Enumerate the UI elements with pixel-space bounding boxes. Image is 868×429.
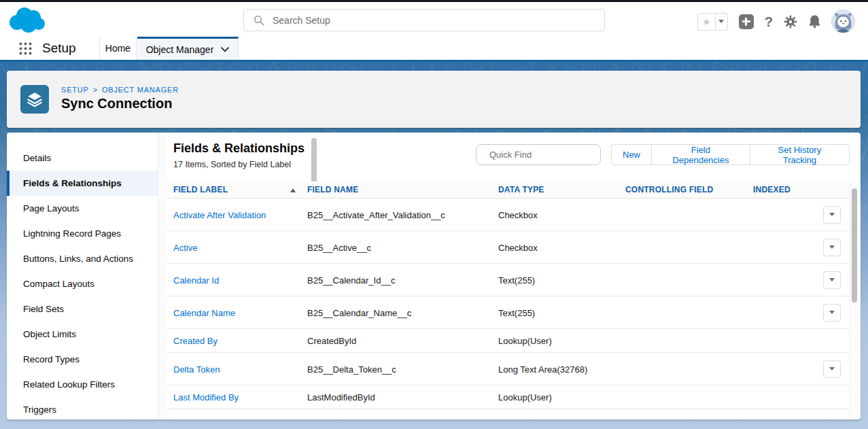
table-row: Activate After ValidationB25__Activate_A… <box>167 199 850 231</box>
field-label-link[interactable]: Calendar Id <box>173 275 219 285</box>
object-stack-icon <box>20 85 49 114</box>
sidebar-item-label: Compact Layouts <box>23 279 94 289</box>
object-sidebar: DetailsFields & RelationshipsPage Layout… <box>7 145 158 419</box>
sidebar-item-page-layouts[interactable]: Page Layouts <box>7 196 158 221</box>
sidebar-item-related-lookup-filters[interactable]: Related Lookup Filters <box>7 372 158 397</box>
field-name-cell: B25__Calendar_Id__c <box>307 275 395 285</box>
field-label-link[interactable]: Calendar Name <box>173 307 235 318</box>
page-title: Sync Connection <box>61 96 172 111</box>
sidebar-item-label: Related Lookup Filters <box>23 379 115 390</box>
tab-home[interactable]: Home <box>100 37 137 60</box>
field-name-cell: B25__Delta_Token__c <box>307 364 396 374</box>
tab-home-label: Home <box>105 43 131 54</box>
chevron-down-icon <box>829 245 835 249</box>
notifications-bell-icon[interactable] <box>808 14 821 29</box>
tab-object-manager[interactable]: Object Manager <box>137 37 239 60</box>
panel-title: Fields & Relationships <box>173 141 305 156</box>
object-sidebar-panel: DetailsFields & RelationshipsPage Layout… <box>7 133 167 419</box>
window-top-strip <box>0 0 868 2</box>
header-actions: ★ ? <box>697 10 854 33</box>
row-actions-button[interactable] <box>823 271 841 289</box>
table-body: Activate After ValidationB25__Activate_A… <box>167 199 850 419</box>
data-type-cell: Checkbox <box>498 209 538 220</box>
sidebar-item-label: Lightning Record Pages <box>23 228 121 239</box>
field-label-link[interactable]: Created By <box>173 336 218 346</box>
sidebar-item-compact-layouts[interactable]: Compact Layouts <box>7 271 158 296</box>
favorites-star-icon[interactable]: ★ <box>697 13 716 31</box>
table-scrollbar-thumb[interactable] <box>852 188 857 303</box>
field-label-link[interactable]: Active <box>173 242 197 252</box>
chevron-down-icon <box>829 311 835 314</box>
field-name-cell: CreatedById <box>307 336 356 346</box>
data-type-cell: Lookup(User) <box>498 336 552 346</box>
column-header-field-name[interactable]: FIELD NAME <box>307 182 358 199</box>
item-count-label: 17 Items, Sorted by Field Label <box>173 160 291 169</box>
triangle-down-icon <box>718 20 724 23</box>
search-input[interactable] <box>273 10 604 31</box>
breadcrumb: SETUP>OBJECT MANAGER <box>61 86 179 94</box>
field-label-link[interactable]: Activate After Validation <box>173 209 266 220</box>
app-launcher-icon[interactable] <box>18 41 33 58</box>
data-type-cell: Text(255) <box>498 275 535 285</box>
set-history-tracking-button[interactable]: Set History Tracking <box>750 144 850 165</box>
table-row: Calendar IdB25__Calendar_Id__cText(255) <box>167 264 850 296</box>
sidebar-scrollbar[interactable] <box>158 133 167 419</box>
favorites-dropdown-button[interactable] <box>716 13 728 31</box>
data-type-cell: Text(255) <box>498 307 535 318</box>
sidebar-item-label: Buttons, Links, and Actions <box>23 254 133 264</box>
sidebar-item-label: Record Types <box>23 354 80 364</box>
sidebar-item-fields-relationships[interactable]: Fields & Relationships <box>7 171 158 196</box>
action-button-group: NewField DependenciesSet History Trackin… <box>611 144 850 165</box>
breadcrumb-link-setup[interactable]: SETUP <box>61 86 89 94</box>
sidebar-item-field-sets[interactable]: Field Sets <box>7 296 158 322</box>
data-type-cell: Checkbox <box>498 242 538 252</box>
data-type-cell: Long Text Area(32768) <box>498 364 587 374</box>
breadcrumb-separator: > <box>93 86 98 94</box>
table-header-row: FIELD LABELFIELD NAMEDATA TYPECONTROLLIN… <box>167 182 850 199</box>
add-icon[interactable] <box>739 14 754 29</box>
sidebar-item-label: Details <box>23 153 51 163</box>
field-label-link[interactable]: Delta Token <box>173 364 220 374</box>
row-actions-button[interactable] <box>823 206 841 224</box>
chevron-down-icon <box>829 367 835 371</box>
field-name-cell: LastModifiedById <box>307 392 375 402</box>
table-row: Calendar NameB25__Calendar_Name__cText(2… <box>167 296 850 329</box>
field-label-link[interactable]: Last Modified By <box>173 392 239 402</box>
sort-ascending-icon <box>290 188 296 192</box>
sidebar-item-record-types[interactable]: Record Types <box>7 347 158 372</box>
sidebar-item-details[interactable]: Details <box>7 145 158 171</box>
column-header-controlling-field[interactable]: CONTROLLING FIELD <box>625 182 713 199</box>
chevron-down-icon <box>221 47 229 52</box>
sidebar-item-label: Triggers <box>23 405 56 415</box>
quick-find-input[interactable] <box>489 150 609 160</box>
column-header-indexed[interactable]: INDEXED <box>753 182 791 199</box>
column-header-data-type[interactable]: DATA TYPE <box>498 182 544 199</box>
sidebar-item-label: Fields & Relationships <box>23 178 122 188</box>
user-avatar[interactable] <box>832 10 854 33</box>
quick-find-box <box>476 144 601 165</box>
sidebar-item-triggers[interactable]: Triggers <box>7 397 158 419</box>
row-actions-button[interactable] <box>823 239 841 256</box>
help-icon[interactable]: ? <box>765 15 773 29</box>
new-button[interactable]: New <box>611 144 652 165</box>
global-search <box>243 9 605 31</box>
salesforce-logo <box>8 5 46 37</box>
fields-panel: Fields & Relationships 17 Items, Sorted … <box>167 133 850 419</box>
row-actions-button[interactable] <box>823 360 841 378</box>
data-type-cell: Lookup(User) <box>498 392 552 402</box>
chevron-down-icon <box>829 278 835 281</box>
table-row: ActiveB25__Active__cCheckbox <box>167 231 850 264</box>
breadcrumb-link-object-manager[interactable]: OBJECT MANAGER <box>102 86 179 94</box>
column-header-field-label[interactable]: FIELD LABEL <box>173 182 228 199</box>
sidebar-item-label: Object Limits <box>23 329 76 339</box>
sidebar-item-label: Page Layouts <box>23 203 80 213</box>
row-actions-button[interactable] <box>823 304 841 322</box>
search-icon <box>254 15 264 26</box>
sidebar-item-lightning-record-pages[interactable]: Lightning Record Pages <box>7 221 158 246</box>
setup-gear-icon[interactable] <box>784 15 797 29</box>
field-name-cell: B25__Activate_After_Validation__c <box>307 209 445 220</box>
field-dependencies-button[interactable]: Field Dependencies <box>651 144 750 165</box>
sidebar-item-object-limits[interactable]: Object Limits <box>7 322 158 347</box>
chevron-down-icon <box>829 213 835 216</box>
sidebar-item-buttons-links-and-actions[interactable]: Buttons, Links, and Actions <box>7 246 158 271</box>
